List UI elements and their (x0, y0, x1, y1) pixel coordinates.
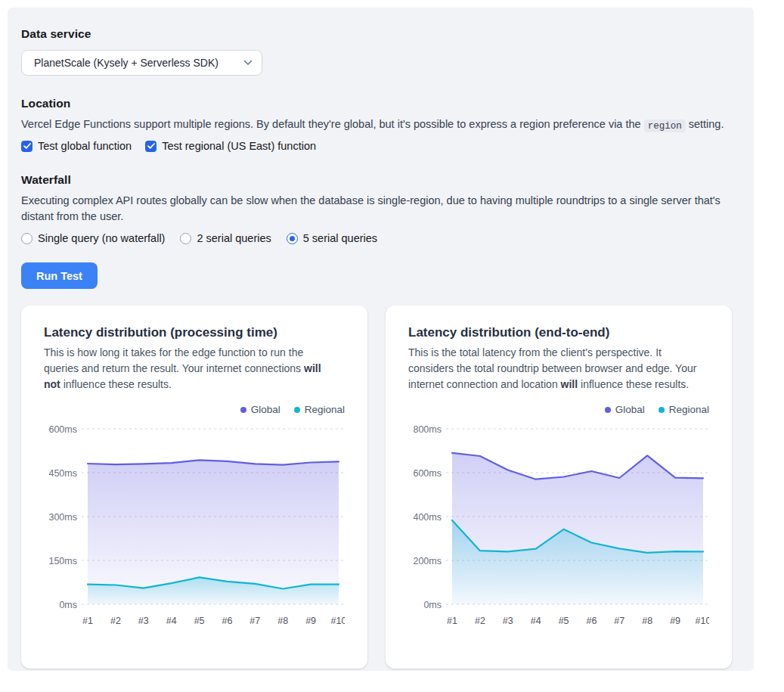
y-axis-tick-label: 200ms (413, 556, 442, 566)
x-axis-tick-label: #9 (670, 616, 680, 626)
legend-label: Regional (669, 404, 709, 415)
chart-legend: Global Regional (44, 404, 345, 415)
legend-dot-global-icon (605, 407, 611, 413)
legend-label: Global (251, 404, 280, 415)
radio-5-serial-queries[interactable]: 5 serial queries (287, 232, 377, 244)
x-axis-tick-label: #2 (110, 616, 121, 626)
chevron-down-icon (243, 60, 253, 66)
card-description-suffix: influence these results. (578, 378, 689, 390)
checkbox-test-regional-function[interactable]: Test regional (US East) function (145, 140, 316, 152)
data-service-heading: Data service (21, 27, 740, 41)
checkbox-label: Test regional (US East) function (162, 140, 316, 152)
settings-panel: Data service PlanetScale (Kysely + Serve… (8, 8, 754, 671)
legend-item-regional: Regional (294, 404, 345, 415)
latency-chart-processing: 600ms450ms300ms150ms0ms#1#2#3#4#5#6#7#8#… (44, 418, 345, 639)
x-axis-tick-label: #5 (559, 616, 569, 626)
checkbox-test-global-function[interactable]: Test global function (21, 140, 132, 152)
y-axis-tick-label: 600ms (413, 468, 442, 479)
x-axis-tick-label: #6 (586, 616, 597, 626)
location-section: Location Vercel Edge Functions support m… (21, 97, 740, 152)
y-axis-tick-label: 300ms (48, 512, 77, 523)
x-axis-tick-label: #4 (166, 616, 177, 626)
x-axis-tick-label: #8 (277, 616, 288, 626)
location-description-suffix: setting. (686, 118, 724, 130)
card-description-suffix: influence these results. (60, 378, 172, 390)
chart-legend: Global Regional (408, 404, 709, 415)
legend-label: Regional (305, 404, 345, 415)
location-checkboxes: Test global function Test regional (US E… (21, 140, 740, 152)
checkbox-icon (145, 141, 156, 152)
location-heading: Location (21, 97, 740, 110)
x-axis-tick-label: #3 (503, 616, 513, 626)
legend-item-regional: Regional (658, 404, 709, 415)
card-title: Latency distribution (end-to-end) (408, 325, 709, 340)
radio-label: Single query (no waterfall) (38, 232, 165, 244)
location-description: Vercel Edge Functions support multiple r… (21, 116, 740, 132)
checkbox-icon (21, 141, 33, 152)
y-axis-tick-label: 600ms (48, 424, 77, 435)
y-axis-tick-label: 450ms (48, 468, 77, 479)
radio-icon (287, 233, 298, 244)
radio-icon (180, 233, 191, 244)
y-axis-tick-label: 150ms (48, 556, 77, 566)
card-description: This is the total latency from the clien… (408, 345, 707, 392)
card-description: This is how long it takes for the edge f… (44, 345, 335, 392)
x-axis-tick-label: #5 (194, 616, 205, 626)
end-to-end-card: Latency distribution (end-to-end) This i… (386, 306, 732, 669)
y-axis-tick-label: 800ms (413, 424, 442, 435)
legend-item-global: Global (605, 404, 645, 415)
x-axis-tick-label: #10 (696, 616, 709, 626)
x-axis-tick-label: #9 (305, 616, 316, 626)
card-description-bold: will (561, 378, 578, 390)
x-axis-tick-label: #7 (614, 616, 624, 626)
x-axis-tick-label: #4 (531, 616, 541, 626)
waterfall-description: Executing complex API routes globally ca… (21, 193, 740, 225)
waterfall-heading: Waterfall (21, 173, 740, 187)
radio-icon (21, 233, 33, 244)
data-service-select-value: PlanetScale (Kysely + Serverless SDK) (34, 57, 218, 69)
chart-cards: Latency distribution (processing time) T… (21, 306, 740, 669)
x-axis-tick-label: #3 (138, 616, 149, 626)
data-service-section: Data service PlanetScale (Kysely + Serve… (21, 27, 740, 76)
processing-time-card: Latency distribution (processing time) T… (21, 306, 367, 669)
x-axis-tick-label: #8 (642, 616, 652, 626)
checkbox-label: Test global function (38, 140, 132, 152)
x-axis-tick-label: #10 (331, 616, 345, 626)
legend-label: Global (615, 404, 645, 415)
run-test-button[interactable]: Run Test (21, 262, 98, 289)
y-axis-tick-label: 0ms (59, 600, 77, 610)
x-axis-tick-label: #1 (447, 616, 457, 626)
legend-dot-global-icon (240, 407, 246, 413)
y-axis-tick-label: 400ms (413, 512, 442, 523)
radio-2-serial-queries[interactable]: 2 serial queries (180, 232, 271, 244)
y-axis-tick-label: 0ms (423, 600, 442, 610)
x-axis-tick-label: #1 (82, 616, 93, 626)
waterfall-options: Single query (no waterfall) 2 serial que… (21, 232, 740, 244)
radio-label: 2 serial queries (197, 232, 271, 244)
legend-dot-regional-icon (658, 407, 665, 413)
location-description-text: Vercel Edge Functions support multiple r… (21, 118, 644, 130)
x-axis-tick-label: #7 (249, 616, 260, 626)
waterfall-section: Waterfall Executing complex API routes g… (21, 173, 740, 244)
legend-item-global: Global (240, 404, 280, 415)
card-description-text: This is how long it takes for the edge f… (44, 346, 304, 374)
x-axis-tick-label: #2 (475, 616, 485, 626)
card-title: Latency distribution (processing time) (44, 325, 345, 340)
x-axis-tick-label: #6 (222, 616, 232, 626)
latency-chart-end-to-end: 800ms600ms400ms200ms0ms#1#2#3#4#5#6#7#8#… (408, 418, 709, 639)
radio-single-query[interactable]: Single query (no waterfall) (21, 232, 165, 244)
radio-label: 5 serial queries (303, 232, 377, 244)
region-code-chip: region (644, 119, 686, 132)
data-service-select[interactable]: PlanetScale (Kysely + Serverless SDK) (21, 50, 262, 76)
legend-dot-regional-icon (294, 407, 300, 413)
